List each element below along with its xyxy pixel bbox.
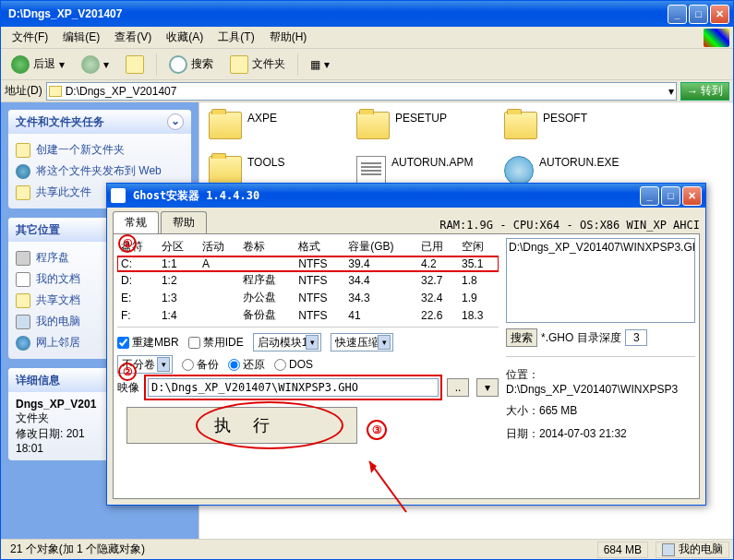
found-images-list[interactable]: D:\Dngs_XP_V201407\WINXPSP3.GH <box>506 238 695 323</box>
address-label: 地址(D) <box>5 83 42 99</box>
exe-icon <box>504 156 534 185</box>
options-row-1: 重建MBR 禁用IDE 启动模块1 快速压缩 <box>117 331 499 353</box>
minimize-button[interactable]: _ <box>668 5 687 24</box>
tab-general[interactable]: 常规 <box>113 211 159 233</box>
chevron-down-icon[interactable]: ▾ <box>668 85 674 98</box>
folders-button[interactable]: 文件夹 <box>223 53 292 77</box>
folder-icon <box>209 156 242 184</box>
options-row-2: 不分卷 备份 还原 DOS <box>117 353 499 375</box>
menu-edit[interactable]: 编辑(E) <box>55 28 107 47</box>
task-new-folder[interactable]: 创建一个新文件夹 <box>16 139 184 161</box>
folder-item[interactable]: PESETUP <box>356 112 495 139</box>
share-icon <box>16 185 30 200</box>
task-label: 创建一个新文件夹 <box>36 142 125 158</box>
divider <box>117 327 499 328</box>
task-label: 将这个文件夹发布到 Web <box>36 163 162 179</box>
folders-label: 文件夹 <box>252 56 285 72</box>
computer-icon <box>16 315 30 329</box>
menu-help[interactable]: 帮助(H) <box>262 28 315 47</box>
collapse-icon[interactable]: ⌄ <box>167 113 184 130</box>
address-input[interactable]: D:\Dngs_XP_V201407 ▾ <box>46 82 677 101</box>
task-publish[interactable]: 将这个文件夹发布到 Web <box>16 161 184 182</box>
file-item[interactable]: AUTORUN.APM <box>356 156 495 185</box>
split-dropdown[interactable]: 不分卷 <box>117 355 173 374</box>
table-row[interactable]: E:1:3办公盘NTFS34.332.41.9 <box>117 289 499 306</box>
search-ext: *.GHO <box>541 331 573 344</box>
status-location: 我的电脑 <box>656 542 729 558</box>
location-line: 位置：D:\Dngs_XP_V201407\WINXPSP3 <box>506 366 695 397</box>
image-dropdown-button[interactable]: ▾ <box>476 378 499 397</box>
search-button[interactable]: 搜索 <box>506 328 537 347</box>
place-label: 我的电脑 <box>36 314 80 329</box>
rebuild-mbr-checkbox[interactable]: 重建MBR <box>117 335 179 351</box>
table-row[interactable]: D:1:2程序盘NTFS34.432.71.8 <box>117 271 499 289</box>
boot-module-dropdown[interactable]: 启动模块1 <box>253 333 322 351</box>
chevron-down-icon: ▾ <box>103 58 109 71</box>
folder-item[interactable]: TOOLS <box>209 156 347 185</box>
new-folder-icon <box>16 143 30 158</box>
ghost-maximize-button[interactable]: □ <box>661 186 680 206</box>
compress-dropdown[interactable]: 快速压缩 <box>331 333 393 351</box>
window-title: D:\Dngs_XP_V201407 <box>5 7 668 20</box>
computer-icon <box>662 543 675 556</box>
network-icon <box>16 336 30 351</box>
ghost-close-button[interactable]: ✕ <box>682 186 702 206</box>
search-button[interactable]: 搜索 <box>162 53 220 77</box>
menu-view[interactable]: 查看(V) <box>107 28 159 47</box>
file-item[interactable]: AUTORUN.EXE <box>504 156 643 185</box>
size-line: 大小：665 MB <box>506 402 695 420</box>
documents-icon <box>16 272 30 287</box>
browse-button[interactable]: .. <box>447 378 469 397</box>
col-used: 已用 <box>417 238 458 256</box>
divider <box>297 54 298 76</box>
table-row[interactable]: F:1:4备份盘NTFS4122.618.3 <box>117 306 499 323</box>
tab-help[interactable]: 帮助 <box>161 211 207 233</box>
place-label: 程序盘 <box>36 250 69 266</box>
col-partition: 分区 <box>158 238 199 256</box>
address-bar: 地址(D) D:\Dngs_XP_V201407 ▾ → 转到 <box>1 80 733 102</box>
explorer-titlebar: D:\Dngs_XP_V201407 _ □ ✕ <box>1 1 733 27</box>
tasks-title: 文件和文件夹任务 <box>16 114 104 130</box>
folder-item[interactable]: AXPE <box>209 112 347 139</box>
execute-button[interactable]: 执行 <box>126 407 357 444</box>
folder-item[interactable]: PESOFT <box>504 112 643 139</box>
drive-icon <box>16 251 30 266</box>
col-active: 活动 <box>199 238 239 256</box>
status-bar: 21 个对象(加 1 个隐藏对象) 684 MB 我的电脑 <box>1 539 733 559</box>
tab-content: 盘符 分区 活动 卷标 格式 容量(GB) 已用 空闲 C:1:1ANTFS39… <box>113 233 700 499</box>
back-label: 后退 <box>33 56 55 72</box>
disk-table: 盘符 分区 活动 卷标 格式 容量(GB) 已用 空闲 C:1:1ANTFS39… <box>117 238 499 323</box>
table-row[interactable]: C:1:1ANTFS39.44.235.1 <box>117 256 499 272</box>
image-path-input[interactable] <box>148 378 439 397</box>
ghost-dialog: Ghost安装器 1.4.4.30 _ □ ✕ 常规 帮助 RAM:1.9G -… <box>106 183 706 506</box>
up-folder-icon <box>126 55 144 74</box>
backup-radio[interactable]: 备份 <box>182 357 219 373</box>
menubar: 文件(F) 编辑(E) 查看(V) 收藏(A) 工具(T) 帮助(H) <box>1 27 733 49</box>
up-button[interactable] <box>119 53 150 77</box>
task-label: 共享此文件 <box>36 185 91 200</box>
search-icon <box>169 55 187 74</box>
views-button[interactable]: ▦▾ <box>304 55 336 74</box>
disable-ide-checkbox[interactable]: 禁用IDE <box>188 335 244 351</box>
file-name: TOOLS <box>247 156 284 171</box>
forward-button[interactable]: ▾ <box>75 53 115 77</box>
file-name: AUTORUN.APM <box>391 156 473 171</box>
annotation-3: ③ <box>367 420 387 440</box>
place-label: 网上邻居 <box>36 335 80 351</box>
go-button[interactable]: → 转到 <box>680 82 729 101</box>
close-button[interactable]: ✕ <box>710 5 729 24</box>
dos-radio[interactable]: DOS <box>274 358 313 371</box>
menu-file[interactable]: 文件(F) <box>5 28 55 47</box>
ghost-tabs: 常规 帮助 RAM:1.9G - CPU:X64 - OS:X86 WIN_XP… <box>113 213 700 233</box>
restore-radio[interactable]: 还原 <box>228 357 265 373</box>
maximize-button[interactable]: □ <box>689 5 708 24</box>
back-button[interactable]: 后退 ▾ <box>5 53 71 77</box>
depth-input[interactable] <box>625 329 647 346</box>
image-row: 映像 .. ▾ <box>117 375 499 399</box>
windows-logo-icon <box>704 29 729 47</box>
table-header-row: 盘符 分区 活动 卷标 格式 容量(GB) 已用 空闲 <box>117 238 499 256</box>
ghost-minimize-button[interactable]: _ <box>640 186 659 206</box>
menu-tools[interactable]: 工具(T) <box>211 28 261 47</box>
menu-favorites[interactable]: 收藏(A) <box>159 28 211 47</box>
search-label: 搜索 <box>191 56 213 72</box>
